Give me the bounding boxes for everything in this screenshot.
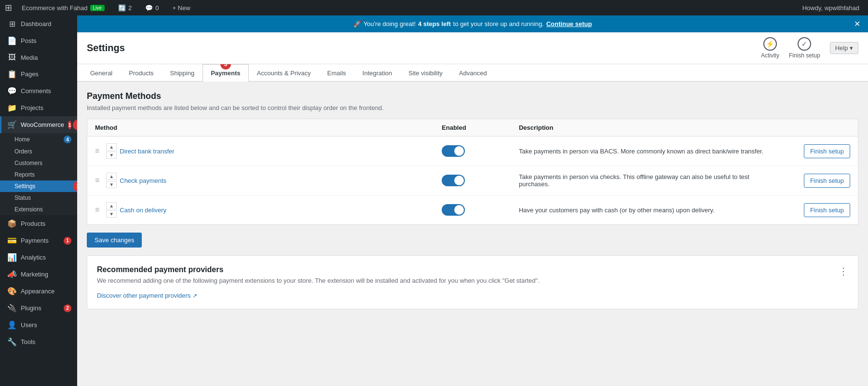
comments-link[interactable]: 💬 0 (141, 0, 163, 15)
notice-close-button[interactable]: ✕ (854, 19, 860, 28)
enabled-toggle[interactable] (442, 204, 465, 216)
user-greeting[interactable]: Howdy, wpwithfahad (799, 0, 863, 15)
woocommerce-badge: 1 (68, 121, 71, 129)
submenu-item-customers[interactable]: Customers (0, 157, 77, 169)
submenu-item-home[interactable]: Home 4 (0, 133, 77, 146)
updates-link[interactable]: 🔄 2 (114, 0, 136, 15)
finish-setup-button[interactable]: Finish setup (804, 174, 850, 188)
method-description: Take payments in person via BACS. More c… (511, 137, 781, 166)
tab-advanced[interactable]: Advanced (451, 64, 495, 82)
tab-integration[interactable]: Integration (354, 64, 400, 82)
new-content-link[interactable]: + New (168, 0, 194, 15)
col-header-method: Method (87, 119, 434, 137)
sidebar-item-analytics[interactable]: 📊 Analytics (0, 249, 77, 266)
step-badge-1: 1 (73, 120, 77, 130)
sidebar-item-products[interactable]: 📦 Products (0, 215, 77, 232)
updates-count: 2 (128, 4, 132, 12)
sidebar-item-dashboard[interactable]: ⊞ Dashboard (0, 15, 77, 32)
save-changes-button[interactable]: Save changes (87, 233, 142, 248)
sidebar-item-woocommerce[interactable]: 🛒 WooCommerce 1 1 (0, 116, 77, 133)
finish-setup-button[interactable]: Finish setup (804, 203, 850, 217)
sidebar-item-appearance[interactable]: 🎨 Appearance (0, 283, 77, 300)
method-description: Take payments in person via checks. This… (511, 166, 781, 195)
appearance-icon: 🎨 (7, 287, 17, 296)
order-up-button[interactable]: ▲ (106, 143, 117, 151)
plugins-icon: 🔌 (7, 303, 17, 313)
enabled-toggle[interactable] (442, 145, 465, 157)
submenu-label: Reports (14, 171, 35, 178)
tab-shipping[interactable]: Shipping (162, 64, 203, 82)
order-down-button[interactable]: ▼ (106, 181, 117, 188)
tab-label: Payments (211, 69, 240, 77)
submenu-item-status[interactable]: Status (0, 192, 77, 204)
sidebar-item-label: Dashboard (21, 20, 52, 28)
tab-accounts-privacy[interactable]: Accounts & Privacy (249, 64, 319, 82)
pages-icon: 📋 (7, 69, 17, 79)
submenu-item-orders[interactable]: Orders (0, 146, 77, 157)
tab-general[interactable]: General (82, 64, 121, 82)
submenu-label: Orders (14, 148, 32, 155)
tab-label: Integration (363, 69, 392, 77)
submenu-item-settings[interactable]: Settings 2 (0, 180, 77, 192)
sidebar-item-tools[interactable]: 🔧 Tools (0, 333, 77, 350)
method-link[interactable]: Check payments (120, 177, 166, 184)
settings-tabs: General Products Shipping Payments 3 Acc… (77, 64, 868, 82)
sidebar-item-posts[interactable]: 📄 Posts (0, 32, 77, 49)
order-down-button[interactable]: ▼ (106, 152, 117, 159)
drag-handle[interactable]: ≡ (95, 206, 99, 214)
sidebar-item-plugins[interactable]: 🔌 Plugins 2 (0, 300, 77, 317)
sidebar-item-marketing[interactable]: 📣 Marketing (0, 266, 77, 283)
home-badge: 4 (64, 136, 71, 143)
new-label: + New (172, 4, 190, 12)
sidebar-item-payments[interactable]: 💳 Payments 1 (0, 232, 77, 249)
drag-handle[interactable]: ≡ (95, 147, 99, 155)
sidebar-item-comments[interactable]: 💬 Comments (0, 83, 77, 99)
submenu-item-reports[interactable]: Reports (0, 169, 77, 180)
submenu-item-extensions[interactable]: Extensions (0, 204, 77, 215)
discover-link[interactable]: Discover other payment providers ↗ (97, 292, 197, 299)
tab-payments[interactable]: Payments 3 (203, 64, 248, 82)
finish-setup-icon: ✓ (798, 37, 811, 51)
table-row: ≡ ▲ ▼ Cash on delivery (87, 195, 858, 225)
sidebar-item-media[interactable]: 🖼 Media (0, 49, 77, 66)
order-down-button[interactable]: ▼ (106, 210, 117, 218)
payments-icon: 💳 (7, 236, 17, 245)
notice-bold: 4 steps left (418, 20, 451, 28)
method-link[interactable]: Cash on delivery (120, 207, 166, 214)
activity-button[interactable]: ⚡ Activity (761, 37, 779, 59)
table-row: ≡ ▲ ▼ Direct bank transfer (87, 137, 858, 166)
tab-products[interactable]: Products (121, 64, 162, 82)
drag-handle[interactable]: ≡ (95, 176, 99, 185)
enabled-toggle[interactable] (442, 175, 465, 186)
sidebar-item-label: Products (21, 220, 45, 227)
help-button[interactable]: Help ▾ (830, 42, 858, 54)
tab-label: Site visibility (408, 69, 443, 77)
sidebar-item-users[interactable]: 👤 Users (0, 317, 77, 333)
sidebar-item-label: Payments (21, 237, 49, 244)
recommended-desc: We recommend adding one of the following… (97, 277, 848, 284)
help-label: Help ▾ (835, 44, 853, 52)
tab-site-visibility[interactable]: Site visibility (400, 64, 451, 82)
marketing-icon: 📣 (7, 270, 17, 279)
finish-setup-button[interactable]: Finish setup (804, 144, 850, 158)
site-name-link[interactable]: Ecommerce with Fahad Live (18, 0, 108, 15)
sidebar-item-label: Plugins (21, 304, 41, 312)
order-up-button[interactable]: ▲ (106, 173, 117, 180)
updates-icon: 🔄 (118, 4, 126, 12)
sidebar-item-pages[interactable]: 📋 Pages (0, 66, 77, 83)
submenu-label: Customers (14, 160, 42, 166)
more-options-button[interactable]: ⋮ (837, 263, 850, 279)
sidebar-item-label: Posts (21, 37, 37, 44)
sidebar-item-projects[interactable]: 📁 Projects (0, 99, 77, 116)
external-link-icon: ↗ (192, 292, 197, 299)
method-link[interactable]: Direct bank transfer (120, 148, 174, 155)
notice-text2: to get your store up and running. (453, 20, 544, 28)
finish-setup-toolbar-button[interactable]: ✓ Finish setup (789, 37, 820, 59)
step-badge-2: 2 (73, 181, 77, 192)
tab-emails[interactable]: Emails (319, 64, 354, 82)
wp-logo-icon[interactable]: ⊞ (5, 2, 12, 13)
continue-setup-link[interactable]: Continue setup (546, 20, 592, 28)
section-title: Payment Methods (87, 91, 858, 101)
submenu-label: Status (14, 194, 31, 201)
order-up-button[interactable]: ▲ (106, 202, 117, 209)
